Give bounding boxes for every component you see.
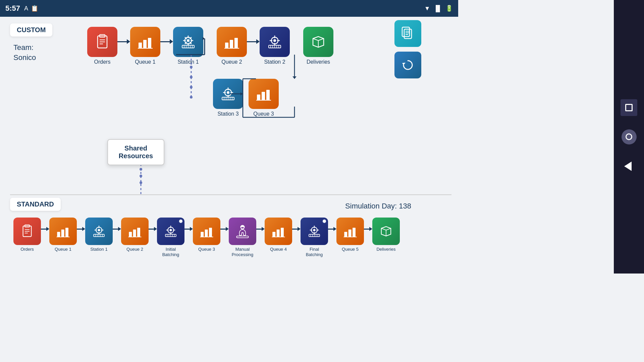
custom-deliveries-label: Deliveries: [307, 59, 330, 65]
svg-point-72: [140, 181, 142, 184]
custom-station1-label: Station 1: [177, 59, 199, 65]
custom-queue3-node: Queue 3: [249, 79, 279, 117]
svg-point-49: [190, 66, 193, 68]
custom-queue3-icon: [249, 79, 279, 109]
conn1: [117, 39, 130, 44]
std-conn9: [328, 227, 336, 231]
queue-svg: [137, 33, 154, 51]
std-orders-label: Orders: [20, 247, 34, 252]
svg-rect-121: [348, 230, 352, 237]
custom-top-row: Orders Queue 1: [87, 27, 333, 65]
std-conn5: [184, 227, 193, 231]
std-queue5: Queue 5: [336, 218, 364, 252]
svg-marker-60: [292, 76, 297, 79]
standard-label: STANDARD: [10, 198, 61, 211]
svg-rect-120: [344, 232, 347, 237]
std-initial-batching-icon: [157, 218, 184, 245]
custom-orders-label: Orders: [94, 59, 111, 65]
shared-resources-tooltip: SharedResources: [107, 139, 164, 165]
svg-rect-44: [257, 95, 260, 100]
svg-point-71: [140, 175, 142, 177]
team-info: Team: Sonico: [13, 43, 77, 62]
team-key: Team:: [13, 43, 77, 52]
svg-rect-90: [129, 232, 132, 237]
section-divider: [10, 194, 451, 195]
team-value: Sonico: [13, 53, 77, 62]
custom-station2-icon: [260, 27, 290, 57]
svg-rect-11: [139, 43, 142, 48]
svg-rect-13: [148, 38, 151, 48]
custom-queue2-icon: [217, 27, 247, 57]
svg-rect-104: [209, 228, 212, 237]
std-final-batching-label: FinalBatching: [306, 247, 323, 257]
svg-rect-109: [277, 230, 280, 237]
std-deliveries: Deliveries: [372, 218, 400, 252]
status-bar: 5:57 A 📋 ▼ ▐▌ 🔋: [0, 0, 458, 17]
custom-queue3-label: Queue 3: [253, 111, 274, 117]
std-final-batching: FinalBatching: [301, 218, 328, 257]
svg-rect-102: [201, 232, 204, 237]
svg-rect-122: [353, 228, 356, 237]
svg-rect-12: [143, 40, 147, 48]
std-queue3: Queue 3: [193, 218, 220, 252]
svg-point-51: [190, 76, 193, 78]
custom-deliveries-icon: [303, 27, 333, 57]
conn3: [247, 39, 260, 44]
std-station1: Station 1: [85, 218, 113, 252]
svg-rect-103: [205, 230, 208, 237]
standard-flow: Orders Queue 1 Station 1: [13, 218, 451, 257]
svg-rect-107: [236, 236, 248, 238]
std-initial-batching: InitialBatching: [157, 218, 184, 257]
battery-icon: 🔋: [445, 5, 453, 12]
svg-rect-45: [262, 92, 265, 100]
custom-orders-icon: [87, 27, 117, 57]
std-queue3-icon: [193, 218, 220, 245]
custom-orders-node: Orders: [87, 27, 117, 65]
svg-point-70: [140, 168, 142, 171]
std-conn1: [41, 227, 49, 231]
svg-point-16: [187, 39, 190, 42]
clipboard-icon: 📋: [31, 5, 38, 12]
svg-rect-110: [281, 228, 284, 237]
shared-resources-label: SharedResources: [119, 144, 153, 160]
std-manual-processing: ManualProcessing: [229, 218, 256, 257]
custom-bottom-row: Station 3 Queue 3: [213, 79, 279, 117]
custom-section: CUSTOM Team: Sonico Orders: [10, 23, 451, 134]
std-conn2: [77, 227, 85, 231]
svg-point-28: [273, 39, 276, 42]
std-conn8: [292, 227, 301, 231]
svg-rect-79: [61, 230, 64, 237]
custom-queue1-label: Queue 1: [135, 59, 155, 65]
std-orders: Orders: [13, 218, 41, 252]
svg-rect-78: [57, 232, 60, 237]
custom-queue2-node: Queue 2: [217, 27, 247, 65]
custom-station2-label: Station 2: [264, 59, 285, 65]
signal-icon: ▐▌: [433, 5, 442, 12]
simulation-day: Simulation Day: 138: [345, 202, 411, 210]
conn2: [160, 39, 173, 44]
std-queue1-label: Queue 1: [55, 247, 71, 252]
std-conn6: [220, 227, 229, 231]
custom-queue1-node: Queue 1: [130, 27, 160, 65]
svg-point-53: [190, 86, 193, 88]
custom-label: CUSTOM: [10, 23, 52, 37]
std-conn10: [364, 227, 372, 231]
svg-rect-91: [133, 230, 136, 237]
status-time: 5:57: [5, 4, 20, 13]
status-right-icons: ▼ ▐▌ 🔋: [424, 5, 453, 12]
std-queue4: Queue 4: [265, 218, 292, 252]
std-station1-icon: [85, 218, 113, 245]
svg-point-83: [98, 229, 100, 231]
std-conn3: [113, 227, 121, 231]
std-queue5-icon: [336, 218, 364, 245]
std-queue1: Queue 1: [49, 218, 77, 252]
std-manual-processing-icon: [229, 218, 256, 245]
std-queue4-label: Queue 4: [270, 247, 287, 252]
keyboard-icon: A: [24, 5, 28, 12]
standard-section: STANDARD Simulation Day: 138 Orders Queu…: [10, 198, 451, 257]
custom-station2-node: Station 2: [260, 27, 290, 65]
svg-rect-108: [272, 232, 275, 237]
custom-flow-diagram: Orders Queue 1: [87, 23, 451, 134]
std-deliveries-icon: [372, 218, 400, 245]
svg-point-55: [190, 96, 193, 99]
